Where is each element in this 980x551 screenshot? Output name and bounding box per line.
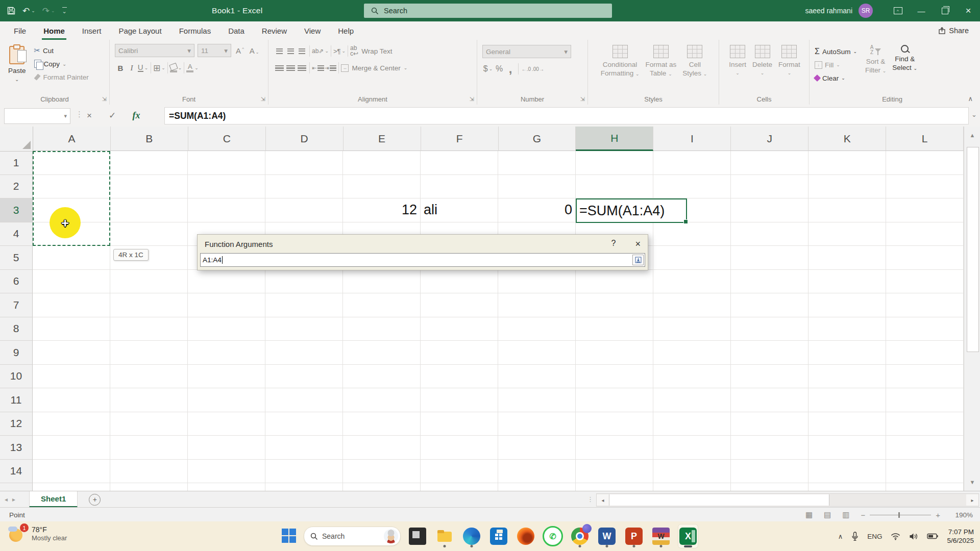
restore-button[interactable]	[933, 0, 957, 21]
cell-F15[interactable]	[421, 483, 498, 491]
taskbar-app-dark-app[interactable]	[407, 524, 428, 548]
enter-button[interactable]: ✓	[105, 109, 120, 122]
cell-I6[interactable]	[653, 270, 731, 294]
wifi-icon[interactable]	[891, 533, 900, 540]
cell-C7[interactable]	[188, 293, 265, 317]
cell-I4[interactable]	[653, 222, 731, 246]
font-dialog-launcher[interactable]: ⇲	[261, 96, 265, 103]
cell-K5[interactable]	[808, 246, 886, 270]
cell-J8[interactable]	[731, 317, 808, 341]
cell-C10[interactable]	[188, 365, 265, 389]
cell-L1[interactable]	[886, 151, 964, 175]
cell-B4[interactable]	[110, 222, 188, 246]
cell-A15[interactable]	[33, 483, 110, 491]
cell-L11[interactable]	[886, 388, 964, 412]
decrease-decimal-button[interactable]: .00→	[532, 63, 544, 75]
cell-H9[interactable]	[576, 341, 653, 365]
clear-button[interactable]: Clear⌄	[815, 71, 857, 85]
cell-D14[interactable]	[265, 460, 343, 484]
cell-K11[interactable]	[808, 388, 886, 412]
cell-A12[interactable]	[33, 412, 110, 436]
collapse-dialog-button[interactable]	[632, 255, 644, 265]
cell-L3[interactable]	[886, 198, 964, 222]
cell-B13[interactable]	[110, 436, 188, 460]
cell-H8[interactable]	[576, 317, 653, 341]
cell-B3[interactable]	[110, 198, 188, 222]
cell-J11[interactable]	[731, 388, 808, 412]
align-bottom-button[interactable]	[296, 45, 307, 57]
undo-button[interactable]: ↶⌄	[22, 6, 35, 16]
number-dialog-launcher[interactable]: ⇲	[580, 96, 585, 103]
taskbar-app-edge[interactable]	[461, 524, 482, 548]
taskbar-app-microsoft-store[interactable]	[488, 524, 509, 548]
cell-E8[interactable]	[343, 317, 421, 341]
cell-K10[interactable]	[808, 365, 886, 389]
cell-B8[interactable]	[110, 317, 188, 341]
dialog-title-bar[interactable]: Function Arguments ? ×	[198, 235, 648, 253]
cell-C13[interactable]	[188, 436, 265, 460]
cell-A10[interactable]	[33, 365, 110, 389]
taskbar-app-firefox[interactable]	[516, 524, 536, 548]
cell-I11[interactable]	[653, 388, 731, 412]
row-header-14[interactable]: 14	[0, 460, 33, 484]
cell-K7[interactable]	[808, 293, 886, 317]
cell-G15[interactable]	[498, 483, 576, 491]
align-left-button[interactable]	[274, 62, 285, 74]
cell-D9[interactable]	[265, 341, 343, 365]
insert-function-button[interactable]: fx	[129, 109, 144, 122]
row-header-9[interactable]: 9	[0, 341, 33, 365]
cell-F8[interactable]	[421, 317, 498, 341]
row-header-7[interactable]: 7	[0, 293, 33, 317]
user-name[interactable]: saeed rahmani	[805, 7, 852, 15]
cell-G6[interactable]	[498, 270, 576, 294]
cell-D3[interactable]	[265, 198, 343, 222]
vertical-scrollbar[interactable]: ▲ ▼	[964, 127, 980, 491]
cell-I14[interactable]	[653, 460, 731, 484]
cell-J9[interactable]	[731, 341, 808, 365]
cell-L2[interactable]	[886, 175, 964, 199]
dialog-close-button[interactable]: ×	[635, 239, 641, 249]
page-layout-view-icon[interactable]: ▤	[824, 510, 831, 519]
cell-L15[interactable]	[886, 483, 964, 491]
row-header-11[interactable]: 11	[0, 388, 33, 412]
align-center-button[interactable]	[285, 62, 296, 74]
cell-E12[interactable]	[343, 412, 421, 436]
tab-formulas[interactable]: Formulas	[170, 21, 220, 40]
column-header-G[interactable]: G	[499, 127, 576, 151]
cell-I5[interactable]	[653, 246, 731, 270]
cell-C14[interactable]	[188, 460, 265, 484]
cell-I9[interactable]	[653, 341, 731, 365]
column-header-L[interactable]: L	[886, 127, 964, 151]
column-header-J[interactable]: J	[731, 127, 808, 151]
cell-G8[interactable]	[498, 317, 576, 341]
cell-D2[interactable]	[265, 175, 343, 199]
language-indicator[interactable]: ENG	[867, 533, 882, 540]
cell-G7[interactable]	[498, 293, 576, 317]
minimize-button[interactable]: —	[910, 0, 933, 21]
cell-B12[interactable]	[110, 412, 188, 436]
cell-J10[interactable]	[731, 365, 808, 389]
row-header-12[interactable]: 12	[0, 412, 33, 436]
cell-H6[interactable]	[576, 270, 653, 294]
cell-G11[interactable]	[498, 388, 576, 412]
align-top-button[interactable]	[274, 45, 285, 57]
increase-indent-button[interactable]: ⇥	[324, 62, 336, 74]
cell-D15[interactable]	[265, 483, 343, 491]
taskbar-app-file-explorer[interactable]	[434, 524, 455, 548]
cell-J6[interactable]	[731, 270, 808, 294]
cell-H11[interactable]	[576, 388, 653, 412]
conditional-formatting-button[interactable]: ConditionalFormatting ⌄	[598, 44, 643, 80]
copy-button[interactable]: Copy⌄	[34, 57, 89, 70]
tab-scroll-divider[interactable]: ⋮	[587, 495, 594, 503]
cell-L6[interactable]	[886, 270, 964, 294]
column-header-A[interactable]: A	[33, 127, 111, 151]
cell-A8[interactable]	[33, 317, 110, 341]
tab-help[interactable]: Help	[329, 21, 362, 40]
zoom-level[interactable]: 190%	[951, 511, 973, 519]
sort-filter-button[interactable]: AZ Sort &Filter ⌄	[862, 44, 889, 77]
row-header-15[interactable]: 15	[0, 483, 33, 491]
cell-G2[interactable]	[498, 175, 576, 199]
close-button[interactable]: ×	[957, 0, 980, 21]
cell-J3[interactable]	[731, 198, 808, 222]
cell-D8[interactable]	[265, 317, 343, 341]
